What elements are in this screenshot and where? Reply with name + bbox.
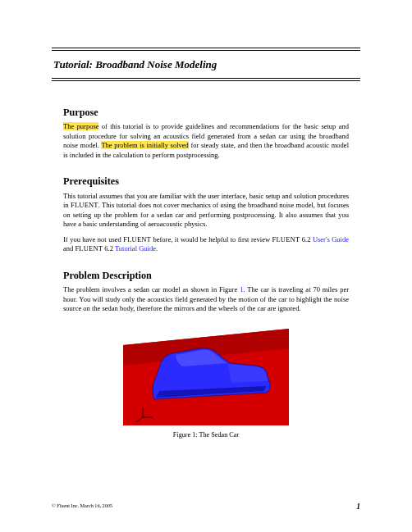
page: Tutorial: Broadband Noise Modeling Purpo… bbox=[0, 0, 412, 532]
prereq-text-2a: If you have not used bbox=[63, 235, 123, 243]
figure-1: Figure 1: The Sedan Car bbox=[123, 321, 289, 439]
sedan-car-image bbox=[123, 321, 289, 425]
link-tutorial-guide[interactable]: Tutorial Guide bbox=[115, 244, 156, 252]
page-title: Tutorial: Broadband Noise Modeling bbox=[52, 58, 360, 71]
heading-purpose: Purpose bbox=[63, 106, 349, 119]
footer-copyright: © Fluent Inc. March 16, 2005 bbox=[52, 502, 112, 511]
problem-paragraph: The problem involves a sedan car model a… bbox=[63, 285, 349, 313]
fluent-name-4: FLUENT bbox=[75, 244, 103, 252]
prereq-ver-2: 6.2 bbox=[103, 244, 115, 252]
heading-prerequisites: Prerequisites bbox=[63, 175, 349, 188]
page-footer: © Fluent Inc. March 16, 2005 1 bbox=[52, 502, 360, 511]
body-column: Purpose The purpose of this tutorial is … bbox=[63, 106, 349, 439]
fluent-name-2: FLUENT bbox=[123, 235, 151, 243]
link-users-guide[interactable]: User's Guide bbox=[313, 235, 349, 243]
prereq-text-2b: before, it would be helpful to first rev… bbox=[151, 235, 272, 243]
heading-problem-description: Problem Description bbox=[63, 269, 349, 282]
problem-text-a: The problem involves a sedan car model a… bbox=[63, 285, 240, 293]
purpose-paragraph: The purpose of this tutorial is to provi… bbox=[63, 122, 349, 160]
highlight-purpose-2: The problem is initially solved bbox=[101, 141, 188, 149]
prereq-paragraph-1: This tutorial assumes that you are famil… bbox=[63, 192, 349, 230]
rule-top bbox=[52, 48, 360, 51]
fluent-name-1: FLUENT bbox=[71, 201, 98, 209]
highlight-purpose-1: The purpose bbox=[63, 122, 98, 130]
prereq-ver-1: 6.2 bbox=[300, 235, 313, 243]
prereq-text-1b: . This tutorial does not cover mechanics… bbox=[63, 201, 349, 228]
figure-caption: Figure 1: The Sedan Car bbox=[123, 430, 289, 439]
prereq-text-2c: and bbox=[63, 244, 75, 252]
prereq-period: . bbox=[156, 244, 158, 252]
fluent-name-3: FLUENT bbox=[272, 235, 300, 243]
rule-bottom bbox=[52, 78, 360, 81]
prereq-paragraph-2: If you have not used FLUENT before, it w… bbox=[63, 235, 349, 254]
footer-page-number: 1 bbox=[356, 502, 360, 511]
